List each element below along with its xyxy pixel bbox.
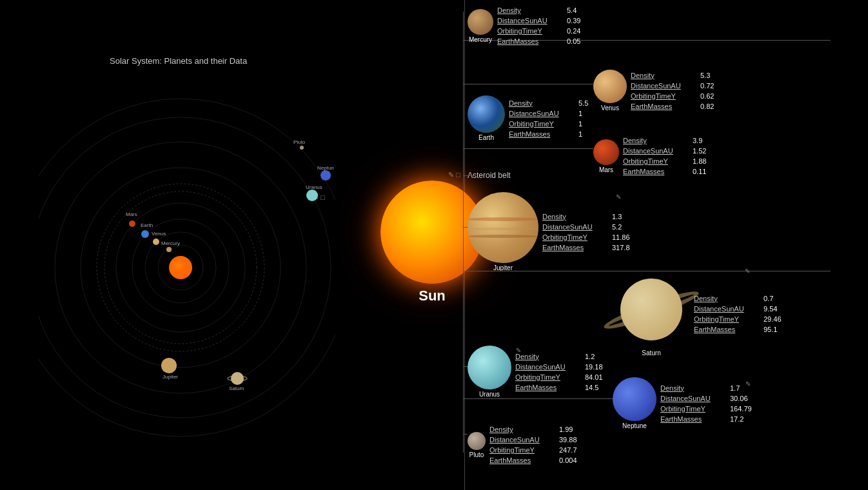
- neptune-image: [613, 377, 656, 421]
- main-v-connector: [463, 40, 464, 453]
- uranus-data: Density1.2 DistanceSunAU19.18 OrbitingTi…: [515, 351, 603, 393]
- svg-text:Mercury: Mercury: [161, 240, 180, 246]
- venus-h-connector: [463, 84, 593, 84]
- svg-text:Jupiter: Jupiter: [163, 374, 178, 380]
- pluto-label: Pluto: [468, 451, 486, 458]
- uranus-h-connector: [463, 366, 468, 367]
- neptune-label: Neptune: [613, 422, 656, 429]
- uranus-edit-icon[interactable]: ✎: [516, 347, 521, 354]
- svg-point-18: [129, 220, 135, 227]
- neptune-h-connector: [463, 398, 613, 399]
- svg-text:Saturn: Saturn: [229, 386, 244, 391]
- svg-text:Neptun: Neptun: [317, 165, 334, 171]
- mars-section: Mars Density3.9 DistanceSunAU1.52 Orbiti…: [593, 135, 706, 177]
- left-panel: Solar System: Planets and their Data ✎ □: [0, 0, 361, 490]
- earth-data: Density5.5 DistanceSunAU1 OrbitingTimeY1…: [509, 98, 588, 139]
- svg-text:Mars: Mars: [126, 211, 137, 217]
- venus-section: Venus Density5.3 DistanceSunAU0.72 Orbit…: [593, 70, 714, 112]
- svg-point-12: [166, 247, 172, 252]
- asteroid-connector: [463, 175, 476, 176]
- svg-point-14: [153, 239, 159, 245]
- svg-point-29: [300, 146, 304, 150]
- pluto-data: Density1.99 DistanceSunAU39.88 OrbitingT…: [489, 424, 577, 466]
- svg-point-22: [231, 372, 244, 385]
- jupiter-h-connector: [463, 227, 468, 228]
- neptune-data: Density1.7 DistanceSunAU30.06 OrbitingTi…: [660, 383, 752, 424]
- saturn-data: Density0.7 DistanceSunAU9.54 OrbitingTim…: [694, 293, 782, 335]
- venus-label: Venus: [593, 104, 627, 112]
- mercury-data: Density5.4 DistanceSunAU0.39 OrbitingTim…: [497, 5, 580, 46]
- jupiter-edit-icon[interactable]: ✎: [616, 193, 621, 201]
- svg-text:Venus: Venus: [152, 231, 166, 237]
- uranus-section: Uranus Density1.2 DistanceSunAU19.18 Orb…: [468, 346, 603, 398]
- mercury-label: Mercury: [468, 36, 493, 43]
- earth-section: Earth Density5.5 DistanceSunAU1 Orbiting…: [468, 95, 588, 141]
- uranus-image: [468, 346, 511, 389]
- saturn-section: Saturn Density0.7 DistanceSunAU9.54 Orbi…: [613, 271, 782, 357]
- svg-text:Uranus: Uranus: [306, 184, 322, 190]
- svg-point-27: [321, 170, 331, 181]
- venus-data: Density5.3 DistanceSunAU0.72 OrbitingTim…: [631, 70, 714, 112]
- jupiter-data: Density1.3 DistanceSunAU5.2 OrbitingTime…: [542, 211, 630, 253]
- mercury-image: [468, 9, 493, 35]
- earth-image: [468, 95, 505, 133]
- solar-system-diagram: Mercury Venus Earth Mars Jupiter Saturn: [39, 77, 335, 451]
- svg-point-20: [161, 358, 177, 373]
- earth-label: Earth: [468, 134, 505, 141]
- pluto-h-connector: [463, 434, 468, 435]
- saturn-label: Saturn: [613, 349, 690, 357]
- jupiter-image: [468, 192, 538, 263]
- pluto-image: [468, 432, 486, 450]
- svg-point-25: [306, 190, 318, 201]
- svg-point-16: [141, 230, 149, 238]
- saturn-edit-icon[interactable]: ✎: [745, 268, 750, 275]
- mars-image: [593, 139, 619, 165]
- uranus-label: Uranus: [468, 391, 511, 398]
- saturn-image: [613, 271, 690, 348]
- pluto-section: Pluto Density1.99 DistanceSunAU39.88 Orb…: [468, 424, 577, 466]
- mars-data: Density3.9 DistanceSunAU1.52 OrbitingTim…: [623, 135, 706, 177]
- edit-icons-sun[interactable]: ✎ □: [448, 171, 460, 179]
- sun-label: Sun: [380, 288, 484, 304]
- svg-point-11: [169, 256, 192, 279]
- neptune-edit-icon[interactable]: ✎: [745, 380, 751, 387]
- svg-text:Pluto: Pluto: [293, 139, 306, 145]
- jupiter-section: Jupiter Density1.3 DistanceSunAU5.2 Orbi…: [468, 192, 630, 271]
- page-title: Solar System: Planets and their Data: [110, 56, 247, 66]
- svg-text:Earth: Earth: [141, 222, 153, 228]
- mars-h-connector: [463, 148, 593, 149]
- mercury-planet: Mercury Density5.4 DistanceSunAU0.39 Orb…: [468, 5, 580, 46]
- venus-image: [593, 70, 627, 103]
- mars-label: Mars: [593, 166, 619, 173]
- neptune-section: Neptune Density1.7 DistanceSunAU30.06 Or…: [613, 377, 752, 429]
- mercury-section: [463, 12, 464, 40]
- right-panel: ✎ □ Sun Mercury Density5.4 DistanceSunAU…: [361, 0, 868, 490]
